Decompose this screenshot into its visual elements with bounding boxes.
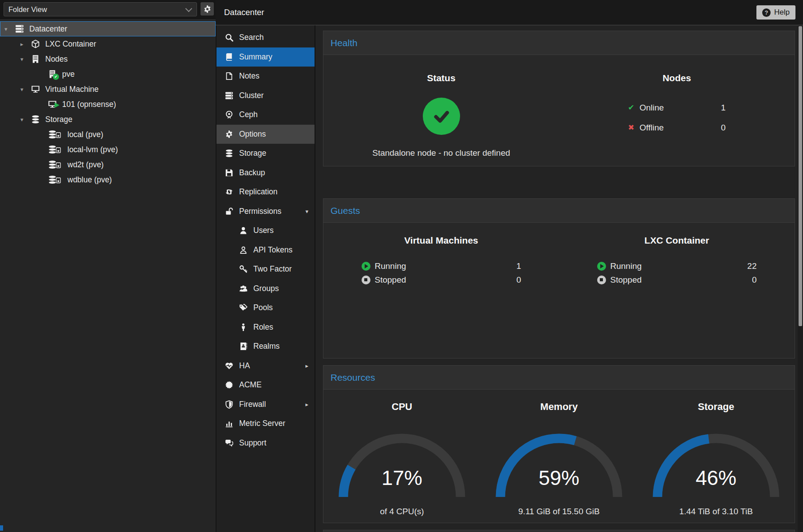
storage-heading: Storage bbox=[698, 401, 734, 413]
desktop-icon bbox=[31, 85, 40, 94]
shield-icon bbox=[225, 400, 233, 409]
nav-item-permissions[interactable]: Permissions▾ bbox=[216, 202, 315, 221]
memory-percent: 59% bbox=[492, 466, 626, 490]
nav-item-backup[interactable]: Backup bbox=[216, 163, 315, 183]
caret-expanded-icon[interactable]: ▾ bbox=[20, 116, 31, 123]
health-panel-title: Health bbox=[323, 31, 795, 55]
nav-item-label: Pools bbox=[253, 303, 273, 312]
node-status-label: Online bbox=[640, 103, 664, 113]
nav-item-pools[interactable]: Pools bbox=[216, 298, 315, 318]
guests-vm-column: Virtual Machines Running1Stopped0 bbox=[323, 223, 559, 287]
tree-item-virtual-machine[interactable]: ▾Virtual Machine bbox=[0, 82, 216, 97]
nav-item-metric-server[interactable]: Metric Server bbox=[216, 414, 315, 433]
nav-item-acme[interactable]: ACME bbox=[216, 375, 315, 395]
nav-item-users[interactable]: Users bbox=[216, 221, 315, 240]
cpu-heading: CPU bbox=[392, 401, 412, 413]
tree-item-storage[interactable]: ▾Storage bbox=[0, 112, 216, 127]
nav-item-label: Realms bbox=[253, 342, 279, 351]
nav-item-roles[interactable]: Roles bbox=[216, 318, 315, 337]
tree-item-lxc-container[interactable]: ▸LXC Container bbox=[0, 36, 216, 51]
guest-status-row: Running22 bbox=[597, 259, 757, 273]
user-o-icon bbox=[239, 246, 248, 254]
nav-item-search[interactable]: Search bbox=[216, 28, 315, 47]
node-status-label: Offline bbox=[640, 123, 664, 133]
nav-item-label: Summary bbox=[239, 52, 272, 62]
help-button[interactable]: ? Help bbox=[756, 5, 795, 20]
content-scrollbar[interactable] bbox=[798, 25, 803, 532]
storage-drive-icon bbox=[48, 145, 64, 154]
nav-item-label: API Tokens bbox=[253, 245, 292, 255]
storage-gauge: 46% bbox=[649, 431, 783, 501]
caret-expanded-icon[interactable]: ▾ bbox=[20, 86, 31, 93]
nav-item-label: Users bbox=[253, 226, 274, 235]
nodes-heading: Nodes bbox=[662, 73, 691, 83]
tree-item-label: Virtual Machine bbox=[45, 85, 98, 94]
tree-item-datacenter[interactable]: ▾Datacenter bbox=[0, 21, 216, 36]
nav-item-cluster[interactable]: Cluster bbox=[216, 86, 315, 106]
cert-icon bbox=[224, 380, 234, 390]
nav-item-options[interactable]: Options bbox=[216, 125, 315, 144]
tree-settings-button[interactable] bbox=[201, 2, 214, 16]
tree-item-wd2t-pve[interactable]: wd2t (pve) bbox=[0, 157, 216, 172]
content-area: Health Status Standalone node - no clust… bbox=[315, 25, 803, 532]
tree-item-label: wd2t (pve) bbox=[67, 160, 104, 169]
view-mode-select[interactable]: Folder View bbox=[4, 2, 197, 16]
page-title: Datacenter bbox=[224, 8, 264, 17]
running-play-badge bbox=[55, 102, 59, 108]
guest-status-value: 22 bbox=[747, 261, 756, 271]
guest-status-row: Stopped0 bbox=[362, 273, 521, 287]
tree-item-wdblue-pve[interactable]: wdblue (pve) bbox=[0, 172, 216, 187]
building-icon bbox=[31, 55, 42, 63]
node-status-value: 0 bbox=[721, 123, 726, 133]
caret-expanded-icon[interactable]: ▾ bbox=[20, 56, 31, 63]
disk-icon bbox=[55, 162, 61, 169]
chart-icon bbox=[224, 419, 234, 428]
key-icon bbox=[239, 264, 248, 274]
storage-percent: 46% bbox=[649, 466, 783, 490]
nav-item-label: Notes bbox=[239, 71, 260, 81]
cpu-gauge-column: CPU 17% of 4 CPU(s) bbox=[323, 390, 480, 516]
tree-item-label: wdblue (pve) bbox=[67, 175, 112, 185]
desktop-icon bbox=[48, 100, 59, 109]
nav-item-storage[interactable]: Storage bbox=[216, 144, 315, 163]
caret-collapsed-icon[interactable]: ▸ bbox=[20, 41, 31, 47]
nav-item-label: Backup bbox=[239, 168, 265, 177]
resource-tree: ▾Datacenter▸LXC Container▾Nodes✔pve▾Virt… bbox=[0, 20, 216, 532]
node-status-row: ✖Offline0 bbox=[628, 123, 726, 143]
content-toolbar: Datacenter ? Help bbox=[216, 0, 803, 25]
nav-item-two-factor[interactable]: Two Factor bbox=[216, 260, 315, 279]
tree-item-local-lvm-pve[interactable]: local-lvm (pve) bbox=[0, 142, 216, 157]
nav-item-firewall[interactable]: Firewall▸ bbox=[216, 395, 315, 414]
nav-item-summary[interactable]: Summary bbox=[216, 47, 315, 67]
cross-icon: ✖ bbox=[628, 123, 640, 132]
memory-sub-label: 9.11 GiB of 15.50 GiB bbox=[518, 507, 599, 516]
nav-item-groups[interactable]: Groups bbox=[216, 279, 315, 299]
memory-gauge-column: Memory 59% 9.11 GiB of 15.50 GiB bbox=[480, 390, 638, 516]
resources-panel-title: Resources bbox=[323, 366, 795, 390]
chevron-right-icon: ▸ bbox=[305, 401, 308, 408]
nav-item-replication[interactable]: Replication bbox=[216, 182, 315, 202]
nav-item-realms[interactable]: Realms bbox=[216, 337, 315, 356]
stopped-icon bbox=[597, 276, 606, 284]
caret-expanded-icon[interactable]: ▾ bbox=[4, 26, 15, 32]
tree-item-pve[interactable]: ✔pve bbox=[0, 67, 216, 82]
nav-item-label: Storage bbox=[239, 149, 266, 158]
gear-icon bbox=[225, 130, 233, 138]
vm-table: Running1Stopped0 bbox=[362, 259, 521, 287]
users-icon bbox=[239, 284, 248, 293]
tree-item-101-opnsense[interactable]: 101 (opnsense) bbox=[0, 97, 216, 112]
ceph-icon bbox=[225, 110, 233, 119]
tags-icon bbox=[239, 303, 248, 312]
nav-item-notes[interactable]: Notes bbox=[216, 67, 315, 86]
node-status-row: ✔Online1 bbox=[628, 103, 726, 123]
nav-item-ha[interactable]: HA▸ bbox=[216, 356, 315, 376]
nav-item-support[interactable]: Support bbox=[216, 433, 315, 453]
tree-item-label: Storage bbox=[45, 115, 72, 124]
tree-item-nodes[interactable]: ▾Nodes bbox=[0, 51, 216, 67]
tree-item-label: LXC Container bbox=[45, 39, 96, 49]
tree-item-local-pve[interactable]: local (pve) bbox=[0, 127, 216, 142]
nav-item-ceph[interactable]: Ceph bbox=[216, 105, 315, 125]
scrollbar-thumb[interactable] bbox=[799, 26, 802, 326]
online-check-badge: ✔ bbox=[53, 74, 59, 80]
nav-item-api-tokens[interactable]: API Tokens bbox=[216, 240, 315, 260]
